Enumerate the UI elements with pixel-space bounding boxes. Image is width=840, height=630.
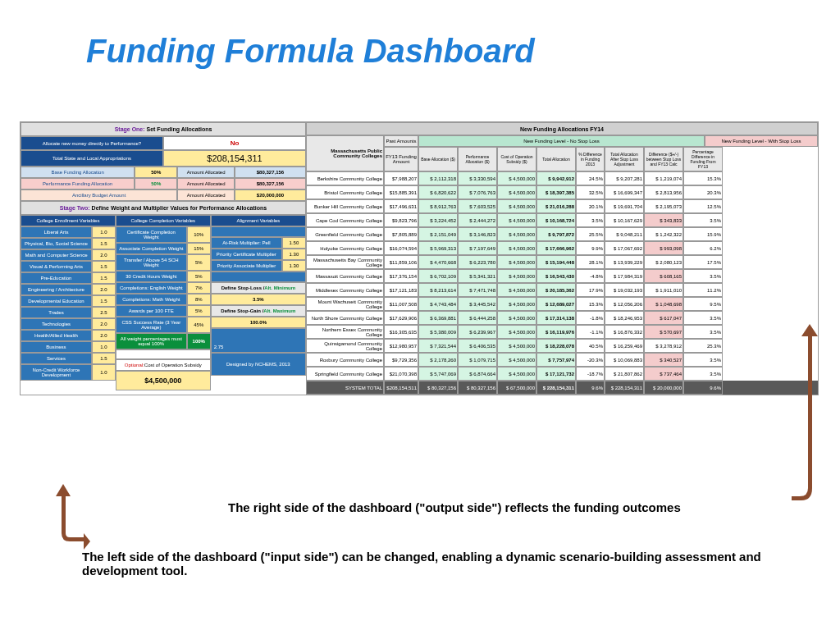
enroll-val[interactable]: 1.5 [92,261,116,272]
complete-val[interactable]: 45% [187,317,211,333]
enroll-val[interactable]: 2.0 [92,318,116,330]
enroll-val[interactable]: 2.0 [92,249,116,261]
diff-sl: $ 343,833 [644,213,683,227]
total-sl: $ 17,984,319 [605,269,644,283]
pct-sl: 15.9% [683,227,723,241]
enroll-val[interactable]: 2.0 [92,330,116,341]
fy13-val: $17,496,631 [384,199,418,213]
stop-gain-label: Define Stop-Gain / Alt. Maximum [211,305,306,317]
right-title: New Funding Allocations FY14 [306,122,818,135]
diff-sl: $ 737,464 [644,367,683,381]
total-sl: $ 16,259,469 [605,339,644,353]
perf-fund-label: Performance Funding Allocation [21,178,135,189]
total-alloc: $ 21,016,288 [536,199,576,213]
enroll-val[interactable]: 2.0 [92,284,116,295]
pct-sl: 3.5% [683,311,723,325]
callout-left: The left side of the dashboard ("input s… [82,550,763,578]
total-sl: $ 10,167,629 [605,213,644,227]
align-val[interactable]: 1.30 [282,260,306,272]
allocate-label: Allocate new money directly to Performan… [21,136,163,150]
enroll-val[interactable]: 1.0 [92,364,116,381]
complete-var: Transfer / Above 54 SCH Weight [116,254,187,271]
college-name: Cape Cod Community College [306,213,384,227]
pct-diff: 17.9% [576,283,605,297]
pct-sl: 17.5% [683,255,723,269]
subsidy-val[interactable]: $4,500,000 [116,371,211,390]
base-alloc: $ 6,369,881 [418,311,458,325]
complete-val[interactable]: 7% [187,282,211,294]
attrib-cell: 2.75 [211,328,306,353]
pct-diff: 28.1% [576,255,605,269]
enroll-val[interactable]: 1.5 [92,353,116,364]
col-enroll-hdr: College Enrollment Variables [21,215,116,226]
perf-alloc: $ 5,341,321 [458,269,497,283]
cost-subsidy: $ 4,500,000 [497,255,536,269]
cost-subsidy: $ 4,500,000 [497,227,536,241]
total-sl: $ 13,939,229 [605,255,644,269]
base-fund-pct[interactable]: 50% [135,167,177,178]
total-alloc: $ 9,942,912 [536,171,576,185]
complete-var: Certificate Completion Weight [116,226,187,243]
complete-val[interactable]: 5% [187,271,211,282]
total-alloc: $ 9,797,872 [536,227,576,241]
diff-sl: $ 617,047 [644,311,683,325]
fy13-val: $11,007,508 [384,297,418,311]
college-name: Bunker Hill Community College [306,199,384,213]
perf-alloc: $ 6,239,967 [458,325,497,339]
total-alloc: $ 17,121,732 [536,367,576,381]
base-alloc: $ 3,224,452 [418,213,458,227]
stop-loss-val[interactable]: 3.5% [211,294,306,305]
dashboard: Stage One: Set Funding Allocations Alloc… [20,121,819,395]
base-alloc: $ 2,112,318 [418,171,458,185]
align-val[interactable]: 1.50 [282,237,306,249]
total-approp-value[interactable]: $208,154,311 [163,150,306,167]
allocate-value[interactable]: No [163,136,306,150]
fy13-val: $16,305,635 [384,325,418,339]
complete-val[interactable]: 15% [187,243,211,254]
nsl-col-hdr: Base Allocation ($) [418,147,458,171]
cost-subsidy: $ 4,500,000 [497,283,536,297]
complete-val[interactable]: 10% [187,226,211,243]
total-sl: $ 17,067,692 [605,241,644,255]
enroll-val[interactable]: 1.0 [92,226,116,238]
stop-gain-val[interactable]: 100.0% [211,317,306,328]
fy13-val: $15,885,391 [384,185,418,199]
pct-diff: -1.8% [576,311,605,325]
nsl-col-hdr: Performance Allocation ($) [458,147,497,171]
pct-sl: 9.5% [683,297,723,311]
enroll-val[interactable]: 1.5 [92,295,116,307]
past-hdr: Past Amounts [384,135,418,147]
complete-val[interactable]: 8% [187,294,211,305]
enroll-val[interactable]: 1.5 [92,238,116,249]
base-alloc: $ 6,702,109 [418,269,458,283]
col-align-hdr: Alignment Variables [211,215,306,226]
cost-subsidy: $ 4,500,000 [497,171,536,185]
base-alloc: $ 6,820,622 [418,185,458,199]
nsl-col-hdr: Total Allocation [536,147,576,171]
base-alloc: $ 4,470,668 [418,255,458,269]
diff-sl: $ 608,165 [644,269,683,283]
diff-sl: $ 2,080,123 [644,255,683,269]
base-alloc: $ 2,151,049 [418,227,458,241]
total-alloc: $ 17,314,138 [536,311,576,325]
amount-allocated-label-2: Amount Allocated [177,178,235,189]
amount-allocated-label: Amount Allocated [177,167,235,178]
ancillary-label: Ancillary Budget Amount [21,189,177,201]
align-val[interactable]: 1.30 [282,249,306,260]
enroll-val[interactable]: 2.5 [92,307,116,318]
perf-fund-pct[interactable]: 50% [135,178,177,189]
perf-alloc: $ 3,146,823 [458,227,497,241]
enroll-val[interactable]: 1.0 [92,341,116,353]
pct-diff: -4.8% [576,269,605,283]
total-approp-label: Total State and Local Appropriations [21,150,163,167]
enroll-var: Services [21,353,92,364]
college-name: Massasoit Community College [306,269,384,283]
complete-val[interactable]: 5% [187,305,211,317]
fy13-val: $11,859,106 [384,255,418,269]
complete-val[interactable]: 5% [187,254,211,271]
enroll-val[interactable]: 1.5 [92,272,116,284]
ancillary-amt[interactable]: $20,000,000 [235,189,306,201]
align-var: Priority Associate Multiplier [211,260,282,272]
diff-sl: $ 2,195,073 [644,199,683,213]
diff-sl: $ 993,098 [644,241,683,255]
